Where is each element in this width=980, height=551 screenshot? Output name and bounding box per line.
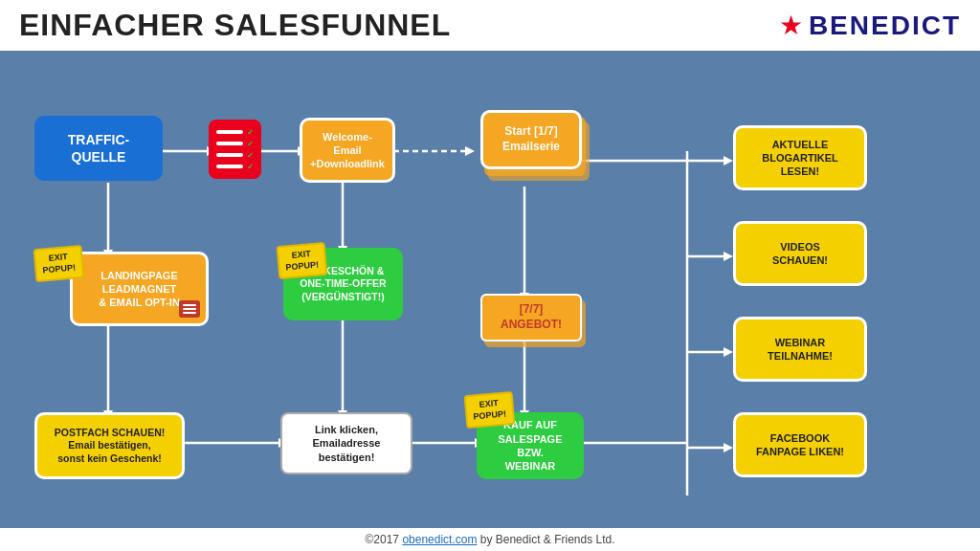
list-bar-1 xyxy=(216,130,243,134)
videos-box: VIDEOS SCHAUEN! xyxy=(733,221,867,286)
list-bar-3 xyxy=(216,153,243,157)
flowchart: TRAFFIC-QUELLE ✓ ✓ ✓ ✓ Welcome- Email xyxy=(17,60,963,516)
list-bar-2 xyxy=(216,142,243,145)
landingpage-box: LANDINGPAGE LEADMAGNET & EMAIL OPT-IN xyxy=(70,252,209,326)
link-klicken-box: Link klicken, Emailadresse bestätigen! xyxy=(280,412,412,474)
logo-text: BENEDICT xyxy=(809,11,961,41)
check-3: ✓ xyxy=(247,151,254,160)
footer: ©2017 obenedict.com by Benedict & Friend… xyxy=(0,528,980,551)
check-2: ✓ xyxy=(247,140,254,148)
traffic-box: TRAFFIC-QUELLE xyxy=(34,116,163,181)
footer-link[interactable]: obenedict.com xyxy=(402,533,477,546)
check-4: ✓ xyxy=(247,163,254,171)
svg-marker-29 xyxy=(724,347,733,357)
email-start-box: Start [1/7] Emailserie xyxy=(480,110,582,169)
email-series-stack: Start [1/7] Emailserie xyxy=(480,110,582,169)
exit-badge-3: EXIT POPUP! xyxy=(464,391,515,430)
logo-star-icon: ★ xyxy=(779,10,803,41)
blog-box: AKTUELLE BLOGARTIKEL LESEN! xyxy=(733,125,867,190)
svg-marker-27 xyxy=(724,252,733,261)
webinar-box: WEBINAR TEILNAHME! xyxy=(733,317,867,382)
email-end-stack: [7/7] ANGEBOT! xyxy=(480,294,582,342)
list-mini-icon xyxy=(179,300,200,318)
exit-badge-2: EXIT POPUP! xyxy=(277,242,327,280)
check-1: ✓ xyxy=(247,128,254,137)
postfach-box: POSTFACH SCHAUEN! Email bestätigen, sons… xyxy=(34,412,185,479)
facebook-box: FACEBOOK FANPAGE LIKEN! xyxy=(733,412,867,477)
svg-marker-5 xyxy=(465,146,475,156)
welcome-email-box: Welcome- Email +Downloadlink xyxy=(300,118,395,183)
svg-marker-31 xyxy=(724,443,733,452)
svg-marker-25 xyxy=(724,156,733,165)
list-bar-4 xyxy=(216,165,243,168)
main-content: TRAFFIC-QUELLE ✓ ✓ ✓ ✓ Welcome- Email xyxy=(0,51,980,521)
header: EINFACHER SALESFUNNEL ★ BENEDICT xyxy=(0,0,980,51)
optin-icon-box: ✓ ✓ ✓ ✓ xyxy=(209,120,261,179)
email-end-box: [7/7] ANGEBOT! xyxy=(480,294,582,342)
page-title: EINFACHER SALESFUNNEL xyxy=(19,8,451,43)
logo: ★ BENEDICT xyxy=(779,10,961,41)
exit-badge-1: EXIT POPUP! xyxy=(33,245,84,283)
